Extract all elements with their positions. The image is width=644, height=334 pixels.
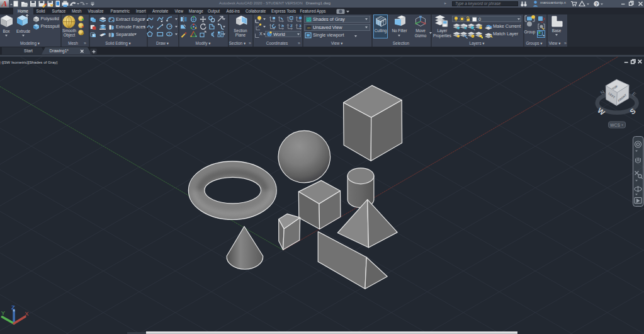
svg-text:Z: Z bbox=[290, 24, 293, 28]
svg-text:3: 3 bbox=[299, 24, 302, 28]
svg-text:Z: Z bbox=[11, 304, 15, 311]
svg-text:?: ? bbox=[595, 1, 598, 7]
svg-text:X: X bbox=[259, 32, 263, 36]
svg-text:X: X bbox=[25, 310, 29, 317]
svg-text:WCS: WCS bbox=[610, 123, 620, 127]
svg-text:Y: Y bbox=[1, 309, 6, 316]
svg-text:m: m bbox=[307, 26, 310, 30]
